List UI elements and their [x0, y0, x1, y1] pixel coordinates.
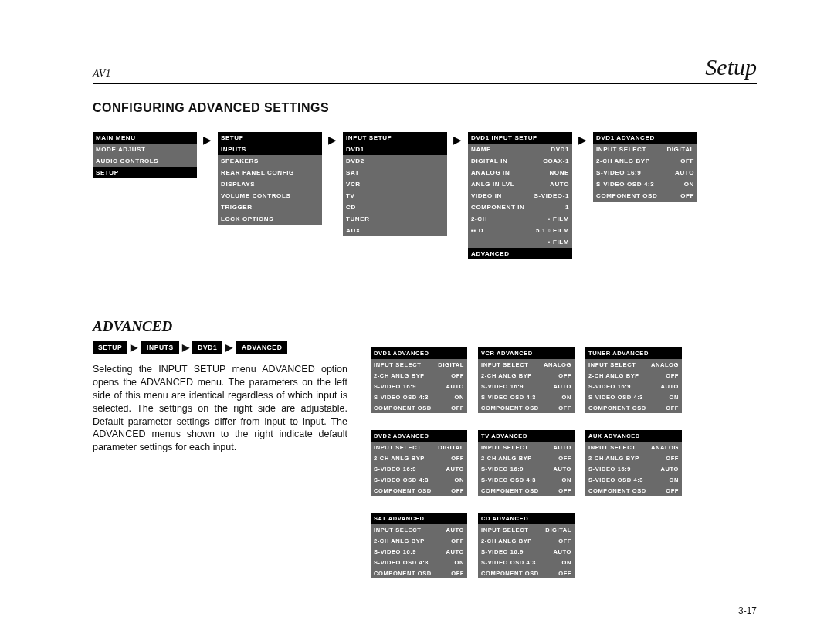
arrow-icon: ▶ [202, 134, 213, 146]
menu-item: VIDEO INS-VIDEO-1 [468, 190, 572, 202]
menu-box: DVD1 INPUT SETUPNAMEDVD1DIGITAL INCOAX-1… [468, 132, 572, 259]
advanced-menu-row: S-VIDEO 16:9AUTO [478, 463, 575, 474]
advanced-menu-box: DVD2 ADVANCEDINPUT SELECTDIGITAL2-CH ANL… [371, 430, 467, 496]
breadcrumb-item: INPUTS [141, 341, 179, 354]
breadcrumb-item: ADVANCED [236, 341, 287, 354]
advanced-menu-row: INPUT SELECTAUTO [478, 442, 575, 452]
advanced-menu-row: INPUT SELECTDIGITAL [478, 524, 575, 535]
advanced-menu-row: COMPONENT OSDOFF [585, 485, 682, 496]
advanced-menu-row: S-VIDEO 16:9AUTO [371, 381, 467, 391]
advanced-menu-row: S-VIDEO 16:9AUTO [585, 463, 682, 474]
menu-item: VOLUME CONTROLS [218, 190, 322, 202]
menu-item: NAMEDVD1 [468, 144, 572, 155]
advanced-menu-row: S-VIDEO 16:9AUTO [371, 463, 467, 474]
menu-item: SAT [343, 167, 447, 178]
advanced-menu-box: AUX ADVANCEDINPUT SELECTANALOG2-CH ANLG … [585, 430, 682, 496]
advanced-menu-row: S-VIDEO OSD 4:3ON [371, 474, 467, 485]
section-label: Setup [705, 54, 757, 80]
advanced-menu-row: INPUT SELECTDIGITAL [371, 442, 467, 452]
page: { "header": { "model": "AV1", "section":… [0, 0, 834, 644]
menu-item: S-VIDEO 16:9AUTO [593, 167, 697, 178]
advanced-menu-title: CD ADVANCED [478, 513, 575, 524]
advanced-menu-row: S-VIDEO OSD 4:3ON [585, 474, 682, 485]
menu-item: VCR [343, 178, 447, 190]
menu-item: DVD1 [343, 144, 447, 155]
advanced-menu-row: COMPONENT OSDOFF [478, 402, 575, 413]
advanced-menu-row: S-VIDEO OSD 4:3ON [371, 557, 467, 568]
menu-item: S-VIDEO OSD 4:3ON [593, 178, 697, 190]
advanced-menu-title: VCR ADVANCED [478, 347, 575, 359]
menu-item: TRIGGER [218, 202, 322, 213]
subheading: ADVANCED [93, 318, 757, 335]
advanced-menu-row: COMPONENT OSDOFF [371, 568, 467, 578]
arrow-icon: ▶ [225, 342, 233, 353]
page-title: CONFIGURING ADVANCED SETTINGS [93, 101, 757, 115]
advanced-menu-row: COMPONENT OSDOFF [478, 485, 575, 496]
advanced-menu-row: S-VIDEO 16:9AUTO [585, 381, 682, 391]
advanced-menu-row: COMPONENT OSDOFF [585, 402, 682, 413]
model-label: AV1 [93, 68, 110, 80]
advanced-menu-row: S-VIDEO OSD 4:3ON [371, 391, 467, 402]
advanced-menu-row: S-VIDEO 16:9AUTO [371, 546, 467, 557]
footer: 3-17 [93, 602, 757, 616]
advanced-menu-row: 2-CH ANLG BYPOFF [585, 370, 682, 381]
advanced-menu-box: SAT ADVANCEDINPUT SELECTAUTO2-CH ANLG BY… [371, 513, 467, 578]
menu-item: TV [343, 190, 447, 202]
menu-item: TUNER [343, 213, 447, 225]
menu-item: INPUTS [218, 144, 322, 155]
advanced-menu-box: CD ADVANCEDINPUT SELECTDIGITAL2-CH ANLG … [478, 513, 575, 578]
advanced-menu-box: TUNER ADVANCEDINPUT SELECTANALOG2-CH ANL… [585, 347, 682, 413]
advanced-menu-row: COMPONENT OSDOFF [478, 568, 575, 578]
advanced-menu-row: INPUT SELECTANALOG [585, 442, 682, 452]
menu-title: DVD1 ADVANCED [593, 132, 697, 144]
menu-item: COMPONENT OSDOFF [593, 190, 697, 202]
menu-flow: MAIN MENUMODE ADJUSTAUDIO CONTROLSSETUP▶… [93, 132, 757, 259]
advanced-menu-row: S-VIDEO OSD 4:3ON [478, 557, 575, 568]
advanced-menu-row: 2-CH ANLG BYPOFF [478, 452, 575, 463]
menu-item: LOCK OPTIONS [218, 213, 322, 225]
menu-item: ANLG IN LVLAUTO [468, 178, 572, 190]
header-rule: AV1 Setup [93, 54, 757, 84]
advanced-menu-row: 2-CH ANLG BYPOFF [371, 370, 467, 381]
menu-title: INPUT SETUP [343, 132, 447, 144]
advanced-menu-row: S-VIDEO OSD 4:3ON [585, 391, 682, 402]
advanced-menu-box: TV ADVANCEDINPUT SELECTAUTO2-CH ANLG BYP… [478, 430, 575, 496]
arrow-icon: ▶ [131, 342, 138, 353]
body-row: Selecting the INPUT SETUP menu ADVANCED … [93, 363, 757, 578]
page-number: 3-17 [738, 605, 757, 616]
menu-item: 2-CH▪ FILM [468, 213, 572, 225]
advanced-menu-row: 2-CH ANLG BYPOFF [478, 535, 575, 546]
menu-item: DISPLAYS [218, 178, 322, 190]
menu-box: INPUT SETUPDVD1DVD2SATVCRTVCDTUNERAUX [343, 132, 447, 236]
advanced-menu-title: SAT ADVANCED [371, 513, 467, 524]
menu-box: SETUPINPUTSSPEAKERSREAR PANEL CONFIGDISP… [218, 132, 322, 225]
advanced-menu-row: INPUT SELECTDIGITAL [371, 359, 467, 370]
menu-item: ADVANCED [468, 248, 572, 259]
advanced-menu-row: S-VIDEO 16:9AUTO [478, 546, 575, 557]
menu-item: DIGITAL INCOAX-1 [468, 155, 572, 167]
advanced-menu-row: S-VIDEO OSD 4:3ON [478, 474, 575, 485]
menu-box: MAIN MENUMODE ADJUSTAUDIO CONTROLSSETUP [93, 132, 197, 178]
menu-title: MAIN MENU [93, 132, 197, 144]
breadcrumb-item: DVD1 [192, 341, 222, 354]
menu-item: AUDIO CONTROLS [93, 155, 197, 167]
menu-item: INPUT SELECTDIGITAL [593, 144, 697, 155]
arrow-icon: ▶ [182, 342, 190, 353]
advanced-menu-row: COMPONENT OSDOFF [371, 402, 467, 413]
arrow-icon: ▶ [327, 134, 338, 146]
advanced-menu-box: VCR ADVANCEDINPUT SELECTANALOG2-CH ANLG … [478, 347, 575, 413]
menu-item: ANALOG INNONE [468, 167, 572, 178]
menu-item: 2-CH ANLG BYPOFF [593, 155, 697, 167]
menu-title: DVD1 INPUT SETUP [468, 132, 572, 144]
advanced-menu-title: AUX ADVANCED [585, 430, 682, 442]
advanced-menu-row: 2-CH ANLG BYPOFF [371, 452, 467, 463]
menu-box: DVD1 ADVANCEDINPUT SELECTDIGITAL2-CH ANL… [593, 132, 697, 202]
breadcrumb-item: SETUP [93, 341, 127, 354]
menu-title: SETUP [218, 132, 322, 144]
menu-item: AUX [343, 225, 447, 236]
advanced-menu-row: S-VIDEO OSD 4:3ON [478, 391, 575, 402]
advanced-menu-row: 2-CH ANLG BYPOFF [585, 452, 682, 463]
advanced-menu-title: TUNER ADVANCED [585, 347, 682, 359]
menu-item: MODE ADJUST [93, 144, 197, 155]
advanced-menu-row: S-VIDEO 16:9AUTO [478, 381, 575, 391]
